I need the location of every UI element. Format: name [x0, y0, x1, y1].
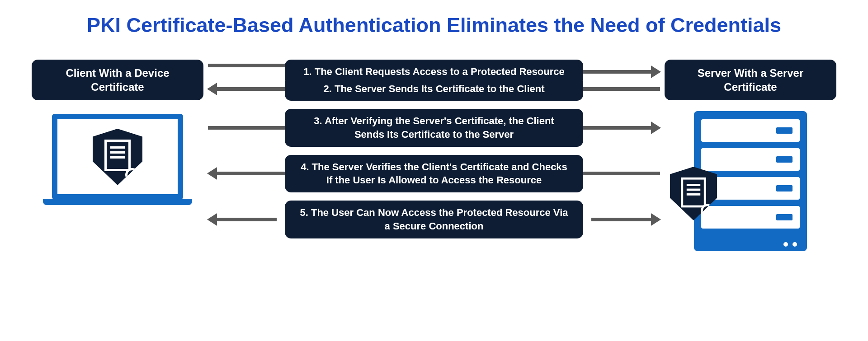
server-icon	[694, 111, 807, 251]
client-column: Client With a Device Certificate	[32, 60, 203, 205]
step-row-1b	[208, 62, 660, 69]
arrow-right-icon	[583, 69, 660, 75]
arrow-right-icon	[583, 125, 660, 131]
arrow-left-icon	[208, 86, 285, 92]
arrow-tail-icon	[583, 86, 660, 92]
arrow-tail-icon	[208, 62, 285, 69]
step-row-5: 5. The User Can Now Access the Protected…	[208, 201, 660, 238]
arrow-tail-icon	[208, 125, 285, 131]
step-5: 5. The User Can Now Access the Protected…	[285, 201, 583, 238]
laptop-screen	[52, 114, 183, 200]
step-3: 3. After Verifying the Server's Certific…	[285, 109, 583, 146]
certificate-shield-icon	[670, 167, 717, 221]
steps-column: 1. The Client Requests Access to a Prote…	[203, 60, 665, 238]
server-rack-unit	[701, 119, 800, 142]
certificate-shield-icon	[93, 129, 142, 185]
pki-auth-diagram: Client With a Device Certificate 1. The …	[18, 60, 850, 251]
arrow-left-icon	[208, 170, 285, 177]
step-2: 2. The Server Sends Its Certificate to t…	[285, 77, 583, 101]
server-status-lights	[783, 242, 797, 247]
laptop-icon	[43, 114, 192, 205]
arrow-both-icon	[208, 216, 285, 223]
arrow-both-icon	[583, 216, 660, 223]
laptop-base	[43, 199, 192, 205]
client-label: Client With a Device Certificate	[32, 60, 203, 100]
step-4: 4. The Server Verifies the Client's Cert…	[285, 155, 583, 192]
page-title: PKI Certificate-Based Authentication Eli…	[18, 14, 850, 37]
step-row-3: 3. After Verifying the Server's Certific…	[208, 109, 660, 146]
server-label: Server With a Server Certificate	[665, 60, 836, 100]
arrow-tail-icon	[583, 170, 660, 177]
server-column: Server With a Server Certificate	[665, 60, 836, 251]
step-row-4: 4. The Server Verifies the Client's Cert…	[208, 155, 660, 192]
step-row-2: 2. The Server Sends Its Certificate to t…	[208, 77, 660, 101]
